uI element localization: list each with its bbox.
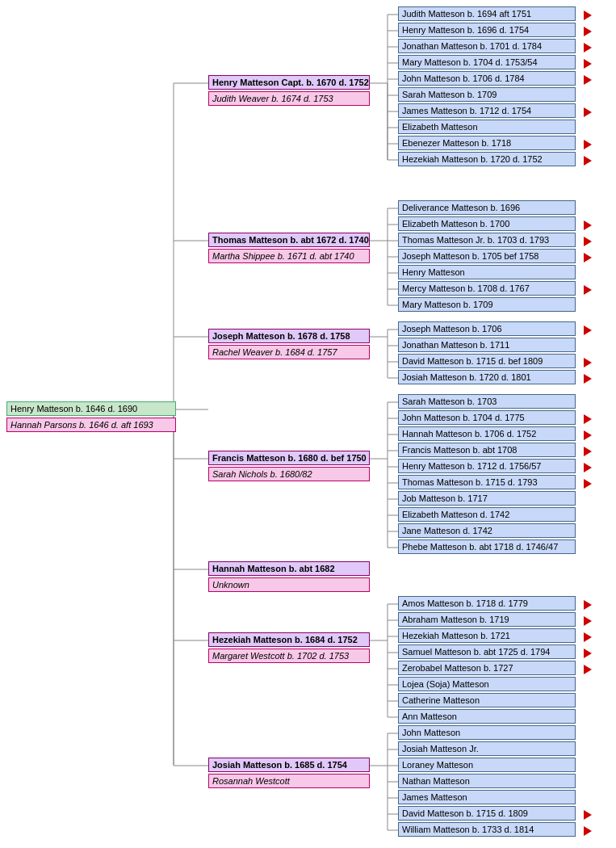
arrow-jonathan-1701 bbox=[584, 43, 592, 52]
gen2-josiah-name: Josiah Matteson b. 1685 d. 1754 bbox=[212, 760, 347, 770]
child-david-matteson-1715[interactable]: David Matteson b. 1715 d. bef 1809 bbox=[398, 354, 576, 368]
child-loraney-matteson[interactable]: Loraney Matteson bbox=[398, 758, 576, 772]
gen2-joseph-name: Joseph Matteson b. 1678 d. 1758 bbox=[212, 331, 350, 341]
gen2-hannah-spouse-name: Unknown bbox=[212, 580, 249, 590]
child-william-matteson[interactable]: William Matteson b. 1733 d. 1814 bbox=[398, 822, 576, 837]
arrow-mercy bbox=[584, 285, 592, 295]
gen2-josiah-spouse[interactable]: Rosannah Westcott bbox=[208, 774, 370, 788]
gen2-thomas-name: Thomas Matteson b. abt 1672 d. 1740 bbox=[212, 235, 369, 245]
root-person[interactable]: Henry Matteson b. 1646 d. 1690 bbox=[6, 401, 176, 416]
child-david-matteson-1715b[interactable]: David Matteson b. 1715 d. 1809 bbox=[398, 806, 576, 821]
arrow-mary-1704 bbox=[584, 59, 592, 69]
child-jonathan-matteson-1701[interactable]: Jonathan Matteson b. 1701 d. 1784 bbox=[398, 39, 576, 53]
gen2-thomas[interactable]: Thomas Matteson b. abt 1672 d. 1740 bbox=[208, 233, 370, 247]
child-judith-matteson[interactable]: Judith Matteson b. 1694 aft 1751 bbox=[398, 6, 576, 21]
child-mercy-matteson[interactable]: Mercy Matteson b. 1708 d. 1767 bbox=[398, 281, 576, 296]
arrow-hannah-1706 bbox=[584, 430, 592, 440]
child-elizabeth-matteson-d1742[interactable]: Elizabeth Matteson d. 1742 bbox=[398, 507, 576, 522]
child-lojea-matteson[interactable]: Lojea (Soja) Matteson bbox=[398, 677, 576, 691]
arrow-francis-1708 bbox=[584, 447, 592, 456]
child-elizabeth-matteson[interactable]: Elizabeth Matteson bbox=[398, 120, 576, 134]
gen2-josiah-spouse-name: Rosannah Westcott bbox=[212, 776, 290, 786]
child-hezekiah-matteson-1721[interactable]: Hezekiah Matteson b. 1721 bbox=[398, 628, 576, 643]
gen2-thomas-spouse[interactable]: Martha Shippee b. 1671 d. abt 1740 bbox=[208, 249, 370, 263]
child-elizabeth-matteson-1700[interactable]: Elizabeth Matteson b. 1700 bbox=[398, 216, 576, 231]
child-catherine-matteson[interactable]: Catherine Matteson bbox=[398, 693, 576, 707]
child-zerobabel-matteson[interactable]: Zerobabel Matteson b. 1727 bbox=[398, 661, 576, 675]
child-sarah-matteson-1703[interactable]: Sarah Matteson b. 1703 bbox=[398, 394, 576, 409]
gen2-thomas-spouse-name: Martha Shippee b. 1671 d. abt 1740 bbox=[212, 251, 354, 261]
child-sarah-matteson-1709[interactable]: Sarah Matteson b. 1709 bbox=[398, 87, 576, 102]
arrow-samuel bbox=[584, 649, 592, 658]
root-spouse-name: Hannah Parsons b. 1646 d. aft 1693 bbox=[10, 420, 153, 430]
gen2-henry-capt-spouse[interactable]: Judith Weaver b. 1674 d. 1753 bbox=[208, 91, 370, 106]
gen2-henry-capt[interactable]: Henry Matteson Capt. b. 1670 d. 1752 bbox=[208, 75, 370, 90]
gen2-francis-spouse[interactable]: Sarah Nichols b. 1680/82 bbox=[208, 467, 370, 481]
child-james-matteson-josiah[interactable]: James Matteson bbox=[398, 790, 576, 804]
child-job-matteson[interactable]: Job Matteson b. 1717 bbox=[398, 491, 576, 506]
child-henry-matteson-1712[interactable]: Henry Matteson b. 1712 d. 1756/57 bbox=[398, 459, 576, 473]
gen2-francis[interactable]: Francis Matteson b. 1680 d. bef 1750 bbox=[208, 451, 370, 465]
child-mary-matteson-1704[interactable]: Mary Matteson b. 1704 d. 1753/54 bbox=[398, 55, 576, 69]
gen2-hezekiah-spouse[interactable]: Margaret Westcott b. 1702 d. 1753 bbox=[208, 649, 370, 663]
child-samuel-matteson[interactable]: Samuel Matteson b. abt 1725 d. 1794 bbox=[398, 644, 576, 659]
root-spouse[interactable]: Hannah Parsons b. 1646 d. aft 1693 bbox=[6, 418, 176, 432]
gen2-hannah-spouse[interactable]: Unknown bbox=[208, 577, 370, 592]
arrow-abraham bbox=[584, 616, 592, 626]
arrow-thomas-jr bbox=[584, 237, 592, 246]
arrow-thomas-1715 bbox=[584, 479, 592, 489]
arrow-henry-1712 bbox=[584, 463, 592, 472]
arrow-john-1704 bbox=[584, 414, 592, 424]
child-john-matteson-1704[interactable]: John Matteson b. 1704 d. 1775 bbox=[398, 410, 576, 425]
child-jonathan-matteson-1711[interactable]: Jonathan Matteson b. 1711 bbox=[398, 338, 576, 352]
arrow-james-1712 bbox=[584, 107, 592, 117]
gen2-joseph-spouse[interactable]: Rachel Weaver b. 1684 d. 1757 bbox=[208, 345, 370, 359]
gen2-joseph[interactable]: Joseph Matteson b. 1678 d. 1758 bbox=[208, 329, 370, 343]
child-hannah-matteson-1706[interactable]: Hannah Matteson b. 1706 d. 1752 bbox=[398, 426, 576, 441]
arrow-amos bbox=[584, 600, 592, 610]
child-francis-matteson-1708[interactable]: Francis Matteson b. abt 1708 bbox=[398, 443, 576, 457]
child-josiah-matteson-1720[interactable]: Josiah Matteson b. 1720 d. 1801 bbox=[398, 370, 576, 384]
child-john-matteson-1706[interactable]: John Matteson b. 1706 d. 1784 bbox=[398, 71, 576, 86]
child-joseph-matteson-1706[interactable]: Joseph Matteson b. 1706 bbox=[398, 321, 576, 336]
child-james-matteson-1712[interactable]: James Matteson b. 1712 d. 1754 bbox=[398, 103, 576, 118]
arrow-john-1706 bbox=[584, 75, 592, 85]
child-ann-matteson[interactable]: Ann Matteson bbox=[398, 709, 576, 724]
arrow-judith bbox=[584, 10, 592, 20]
child-amos-matteson[interactable]: Amos Matteson b. 1718 d. 1779 bbox=[398, 596, 576, 611]
root-person-dates: b. 1646 d. 1690 bbox=[76, 404, 137, 414]
child-thomas-matteson-jr[interactable]: Thomas Matteson Jr. b. 1703 d. 1793 bbox=[398, 233, 576, 247]
arrow-josiah-1720 bbox=[584, 374, 592, 384]
gen2-henry-capt-name: Henry Matteson Capt. b. 1670 d. 1752 bbox=[212, 78, 369, 87]
child-jane-matteson[interactable]: Jane Matteson d. 1742 bbox=[398, 523, 576, 538]
child-mary-matteson-1709[interactable]: Mary Matteson b. 1709 bbox=[398, 297, 576, 312]
gen2-francis-spouse-name: Sarah Nichols b. 1680/82 bbox=[212, 469, 312, 479]
child-joseph-matteson-1705[interactable]: Joseph Matteson b. 1705 bef 1758 bbox=[398, 249, 576, 263]
gen2-joseph-spouse-name: Rachel Weaver b. 1684 d. 1757 bbox=[212, 347, 337, 357]
gen2-hezekiah-spouse-name: Margaret Westcott b. 1702 d. 1753 bbox=[212, 651, 349, 661]
gen2-henry-capt-spouse-name: Judith Weaver b. 1674 d. 1753 bbox=[212, 94, 333, 103]
arrow-david-1715b bbox=[584, 810, 592, 820]
child-phebe-matteson[interactable]: Phebe Matteson b. abt 1718 d. 1746/47 bbox=[398, 539, 576, 554]
genealogy-tree: Henry Matteson b. 1646 d. 1690 Hannah Pa… bbox=[0, 0, 616, 848]
child-hezekiah-matteson-1720[interactable]: Hezekiah Matteson b. 1720 d. 1752 bbox=[398, 152, 576, 166]
gen2-hannah-name: Hannah Matteson b. abt 1682 bbox=[212, 564, 335, 573]
child-thomas-matteson-1715[interactable]: Thomas Matteson b. 1715 d. 1793 bbox=[398, 475, 576, 489]
gen2-hezekiah-name: Hezekiah Matteson b. 1684 d. 1752 bbox=[212, 635, 358, 644]
gen2-hezekiah[interactable]: Hezekiah Matteson b. 1684 d. 1752 bbox=[208, 632, 370, 647]
child-nathan-matteson[interactable]: Nathan Matteson bbox=[398, 774, 576, 788]
arrow-zerobabel bbox=[584, 665, 592, 674]
arrow-joseph-1706 bbox=[584, 325, 592, 335]
child-josiah-matteson-jr[interactable]: Josiah Matteson Jr. bbox=[398, 741, 576, 756]
child-ebenezer-matteson[interactable]: Ebenezer Matteson b. 1718 bbox=[398, 136, 576, 150]
arrow-hezekiah-1721 bbox=[584, 632, 592, 642]
child-deliverance-matteson[interactable]: Deliverance Matteson b. 1696 bbox=[398, 200, 576, 215]
child-abraham-matteson[interactable]: Abraham Matteson b. 1719 bbox=[398, 612, 576, 627]
child-john-matteson-josiah[interactable]: John Matteson bbox=[398, 725, 576, 740]
child-henry-matteson-thomas[interactable]: Henry Matteson bbox=[398, 265, 576, 279]
child-henry-matteson-1696[interactable]: Henry Matteson b. 1696 d. 1754 bbox=[398, 23, 576, 37]
root-person-name: Henry Matteson bbox=[10, 404, 73, 414]
gen2-josiah[interactable]: Josiah Matteson b. 1685 d. 1754 bbox=[208, 758, 370, 772]
gen2-hannah[interactable]: Hannah Matteson b. abt 1682 bbox=[208, 561, 370, 576]
arrow-ebenezer bbox=[584, 140, 592, 149]
